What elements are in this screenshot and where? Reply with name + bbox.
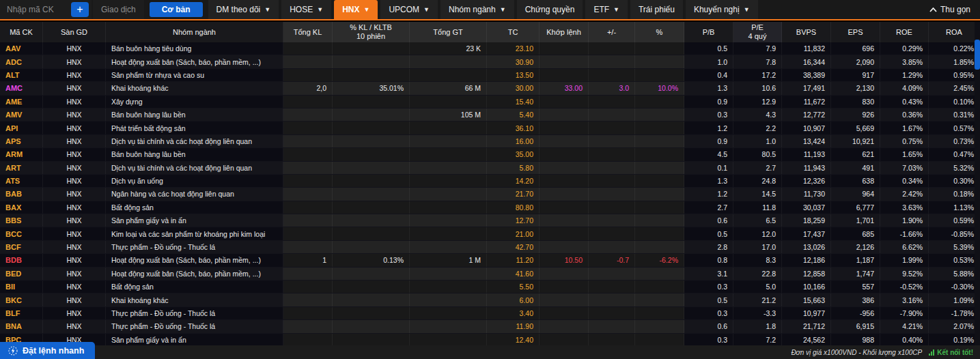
cell-ticker[interactable]: BKC	[0, 293, 43, 306]
cell-ticker[interactable]: API	[0, 121, 43, 134]
column-header-exchange[interactable]: Sàn GD	[43, 22, 106, 42]
column-header-industry[interactable]: Nhóm ngành	[106, 22, 283, 42]
column-label: Khớp lệnh	[546, 28, 581, 37]
column-header-total_kl[interactable]: Tổng KL	[283, 22, 333, 42]
column-header-change[interactable]: +/-	[589, 22, 635, 42]
nav-item-dm-theo-doi[interactable]: DM theo dõi▼	[208, 0, 279, 19]
cell-eps: 2,130	[831, 82, 880, 94]
scrollbar[interactable]	[975, 22, 980, 345]
cell-ticker[interactable]: ATS	[0, 175, 43, 187]
cell-ticker[interactable]: BNA	[0, 320, 43, 332]
table-row-APS[interactable]: APSHNXDịch vụ tài chính và các hoạt động…	[0, 135, 980, 148]
table-row-ATS[interactable]: ATSHNXDịch vụ ăn uống14.201.324.812,3266…	[0, 175, 980, 188]
table-row-BCC[interactable]: BCCHNXKim loại và các sản phẩm từ khoáng…	[0, 227, 980, 240]
table-row-BAB[interactable]: BABHNXNgân hàng và các hoạt động liên qu…	[0, 188, 980, 201]
table-row-ADC[interactable]: ADCHNXHoạt động xuất bản (Sách, báo, phầ…	[0, 55, 980, 68]
cell-pe: 4.3	[733, 109, 782, 121]
cell-change	[589, 307, 635, 319]
scrollbar-thumb[interactable]	[975, 40, 980, 70]
cell-ticker[interactable]: ART	[0, 162, 43, 174]
column-header-ticker[interactable]: Mã CK	[0, 22, 43, 42]
column-header-tc[interactable]: TC	[487, 22, 540, 42]
nav-item-hose[interactable]: HOSE▼	[281, 0, 331, 19]
column-header-match[interactable]: Khớp lệnh	[540, 22, 589, 42]
table-row-BDB[interactable]: BDBHNXHoạt động xuất bản (Sách, báo, phầ…	[0, 254, 980, 267]
cell-roa: 2.07%	[929, 320, 980, 332]
cell-kl_ratio	[333, 281, 410, 293]
table-row-BCF[interactable]: BCFHNXThực phẩm - Đồ uống - Thuốc lá42.7…	[0, 241, 980, 254]
nav-item-chung-quyen[interactable]: Chứng quyền	[517, 0, 583, 19]
table-row-AMC[interactable]: AMCHNXKhai khoáng khác2,035.01%66 M30.00…	[0, 82, 980, 95]
cell-eps: 2,126	[831, 241, 880, 253]
cell-ticker[interactable]: APS	[0, 135, 43, 147]
cell-tc: 3.40	[487, 307, 540, 319]
cell-roa: 1.09%	[929, 293, 980, 306]
nav-item-hnx[interactable]: HNX▼	[334, 0, 378, 19]
search-input[interactable]	[7, 5, 70, 14]
cell-ticker[interactable]: BLF	[0, 307, 43, 319]
table-row-BLF[interactable]: BLFHNXThực phẩm - Đồ uống - Thuốc lá3.40…	[0, 307, 980, 320]
nav-item-khuyen-nghi[interactable]: Khuyến nghị▼	[686, 0, 758, 19]
column-header-roa[interactable]: ROA	[929, 22, 980, 42]
table-row-ALT[interactable]: ALTHNXSản phẩm từ nhựa và cao su13.500.4…	[0, 69, 980, 82]
cell-ticker[interactable]: BED	[0, 268, 43, 280]
cell-ticker[interactable]: ADC	[0, 55, 43, 68]
nav-item-nhom-nganh[interactable]: Nhóm ngành▼	[440, 0, 514, 19]
column-header-kl_ratio[interactable]: % KL / KLTB10 phiên	[333, 22, 410, 42]
cell-ticker[interactable]: BCC	[0, 227, 43, 240]
cell-match	[540, 135, 589, 147]
table-row-BII[interactable]: BIIHNXBất động sản5.500.35.010,166557-0.…	[0, 281, 980, 293]
cell-ticker[interactable]: BAB	[0, 188, 43, 200]
column-label: P/E	[751, 23, 764, 32]
cell-ticker[interactable]: AMC	[0, 82, 43, 94]
table-row-ART[interactable]: ARTHNXDịch vụ tài chính và các hoạt động…	[0, 162, 980, 175]
cell-tc: 6.00	[487, 293, 540, 306]
table-row-BAX[interactable]: BAXHNXBất động sản80.802.711.830,0376,77…	[0, 201, 980, 214]
table-row-BBS[interactable]: BBSHNXSản phẩm giấy và in ấn12.700.66.51…	[0, 214, 980, 227]
column-header-pb[interactable]: P/B	[684, 22, 733, 42]
column-header-bvps[interactable]: BVPS	[782, 22, 831, 42]
table-row-ARM[interactable]: ARMHNXBán buôn hàng lâu bền35.004.580.51…	[0, 148, 980, 161]
nav-item-etf[interactable]: ETF▼	[585, 0, 628, 19]
table-row-API[interactable]: APIHNXPhát triển bất động sản36.101.22.2…	[0, 121, 980, 134]
column-header-eps[interactable]: EPS	[831, 22, 880, 42]
table-row-BNA[interactable]: BNAHNXThực phẩm - Đồ uống - Thuốc lá11.9…	[0, 320, 980, 333]
cell-ticker[interactable]: ARM	[0, 148, 43, 160]
cell-change_pct	[635, 281, 684, 293]
cell-pe: 14.5	[733, 188, 782, 200]
cell-ticker[interactable]: ALT	[0, 69, 43, 81]
table-row-AME[interactable]: AMEHNXXây dựng15.400.912.911,6728300.43%…	[0, 96, 980, 109]
column-header-pe[interactable]: P/E4 quý	[733, 22, 782, 42]
table-row-AMV[interactable]: AMVHNXBán buôn hàng lâu bền105 M5.400.34…	[0, 109, 980, 121]
nav-item-giao-dich[interactable]: Giao dịch	[93, 0, 144, 19]
cell-total_gt	[410, 148, 487, 160]
cell-industry: Hoạt động xuất bản (Sách, báo, phần mềm,…	[106, 254, 283, 266]
table-row-AAV[interactable]: AAVHNXBán buôn hàng tiêu dùng23 K23.100.…	[0, 42, 980, 55]
column-header-total_gt[interactable]: Tổng GT	[410, 22, 487, 42]
cell-ticker[interactable]: BCF	[0, 241, 43, 253]
nav-item-co-ban[interactable]: Cơ bản	[150, 2, 203, 17]
column-header-roe[interactable]: ROE	[880, 22, 929, 42]
cell-pe: 5.0	[733, 281, 782, 293]
table-row-BKC[interactable]: BKCHNXKhai khoáng khác6.000.521.215,6633…	[0, 293, 980, 306]
cell-ticker[interactable]: AME	[0, 96, 43, 108]
column-header-change_pct[interactable]: %	[635, 22, 684, 42]
cell-ticker[interactable]: BDB	[0, 254, 43, 266]
cell-ticker[interactable]: AMV	[0, 109, 43, 121]
table-row-BED[interactable]: BEDHNXHoạt động xuất bản (Sách, báo, phầ…	[0, 268, 980, 281]
cell-change	[589, 188, 635, 200]
cell-ticker[interactable]: BAX	[0, 201, 43, 214]
nav-item-trai-phieu[interactable]: Trái phiếu	[630, 0, 683, 19]
cell-total_gt	[410, 268, 487, 280]
cell-change	[589, 109, 635, 121]
nav-item-upcom[interactable]: UPCOM▼	[380, 0, 438, 19]
collapse-button[interactable]: Thu gọn	[920, 0, 980, 19]
add-ticker-button[interactable]: +	[71, 2, 89, 17]
cell-pe: 8.3	[733, 254, 782, 266]
cell-eps: 917	[831, 69, 880, 81]
cell-ticker[interactable]: AAV	[0, 42, 43, 55]
cell-ticker[interactable]: BBS	[0, 214, 43, 227]
cell-ticker[interactable]: BII	[0, 281, 43, 293]
table-row-BPC[interactable]: BPCHNXSản phẩm giấy và in ấn12.400.37.22…	[0, 334, 980, 345]
quick-order-button[interactable]: Đặt lệnh nhanh	[0, 342, 95, 359]
